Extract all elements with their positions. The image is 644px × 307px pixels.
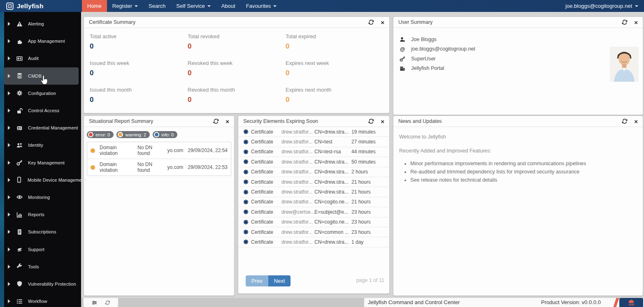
avatar xyxy=(610,47,639,82)
prev-button[interactable]: Prev xyxy=(246,275,268,286)
sidebar-item-label: Control Access xyxy=(28,108,59,113)
refresh-icon[interactable] xyxy=(105,300,110,305)
certificate-seal-icon xyxy=(243,189,249,195)
warning-badge[interactable]: warning: 2 xyxy=(116,131,150,138)
sidebar-item-cmdb[interactable]: CMDB xyxy=(4,67,79,85)
sidebar-item-alerting[interactable]: Alerting xyxy=(4,15,79,32)
violation-domain: yo.com xyxy=(167,164,184,170)
sidebar-item-support[interactable]: Support xyxy=(4,240,79,258)
close-icon[interactable]: × xyxy=(634,19,638,25)
stat-issued-month: Issued this month0 xyxy=(90,87,188,104)
refresh-icon[interactable] xyxy=(368,19,374,25)
status-bar: Jellyfish Command and Control Center Pro… xyxy=(81,298,644,307)
violation-domain: yo.com xyxy=(167,148,184,153)
user-email: joe.bloggs@cogitogroup.net xyxy=(565,3,632,9)
chevron-down-icon xyxy=(207,5,211,7)
nav-item-home[interactable]: Home xyxy=(82,0,107,12)
sidebar-item-subscriptions[interactable]: Subscriptions xyxy=(4,223,79,240)
audit-list-icon xyxy=(16,55,23,62)
table-row[interactable]: Certificatedrew.stratfor...CN=cogito.ne.… xyxy=(238,197,389,207)
info-dot-icon xyxy=(154,132,159,137)
certificate-seal-icon xyxy=(243,159,249,164)
sidebar-item-label: Audit xyxy=(28,56,39,61)
table-row[interactable]: Certificatedrew.stratfor...CN=test27 min… xyxy=(238,137,389,147)
sidebar-item-label: Identity xyxy=(28,143,43,148)
table-row[interactable]: Certificatedrew@certse...E=subject@e...2… xyxy=(238,207,389,217)
table-row[interactable]: Certificatedrew.stratfor...CN=cogito.ne.… xyxy=(238,217,389,227)
sidebar-item-audit[interactable]: Audit xyxy=(4,50,79,67)
sidebar-item-configuration[interactable]: Configuration xyxy=(4,85,79,102)
sidebar-item-reports[interactable]: Reports xyxy=(4,206,79,223)
refresh-icon[interactable] xyxy=(213,118,219,124)
sidebar-item-vulnerability-protection[interactable]: Vulnerability Protection xyxy=(4,275,79,293)
error-badge[interactable]: error: 0 xyxy=(87,131,114,138)
nav-item-self-service[interactable]: Self Service xyxy=(171,0,216,12)
violation-detail: No DN found xyxy=(137,145,163,156)
sidebar-item-identity[interactable]: Identity xyxy=(4,136,79,154)
close-icon[interactable]: × xyxy=(381,19,384,25)
table-row[interactable]: Certificatedrew.stratfor...CN=test-rsa44… xyxy=(238,147,389,157)
panel-title: Security Elements Expiring Soon xyxy=(243,118,368,124)
expand-caret-icon xyxy=(8,143,10,147)
expand-caret-icon xyxy=(8,265,10,269)
expand-caret-icon xyxy=(8,22,10,26)
brand[interactable]: Jellyfish xyxy=(6,2,76,10)
info-badge[interactable]: info: 0 xyxy=(153,131,177,138)
expand-caret-icon xyxy=(8,230,10,234)
user-portal-row: Jellyfish Portal xyxy=(399,64,637,74)
sidebar-item-label: Monitoring xyxy=(28,195,50,200)
nav-item-about[interactable]: About xyxy=(216,0,241,12)
sliders-icon[interactable] xyxy=(92,300,97,305)
nav-item-search[interactable]: Search xyxy=(143,0,171,12)
sidebar-item-app-management[interactable]: App Management xyxy=(4,32,79,50)
nav-item-register[interactable]: Register xyxy=(107,0,143,12)
sidebar-item-mobile-device-management[interactable]: Mobile Device Management xyxy=(4,171,79,189)
key-icon xyxy=(16,159,23,166)
refresh-icon[interactable] xyxy=(622,118,628,124)
panel-title: Situational Report Summary xyxy=(89,118,213,124)
stat-total-active: Total active0 xyxy=(90,33,188,51)
table-row[interactable]: Certificatedrew.stratfor...CN=drew.stra.… xyxy=(238,127,389,137)
next-button[interactable]: Next xyxy=(268,275,291,286)
close-icon[interactable]: × xyxy=(381,118,384,125)
close-icon[interactable]: × xyxy=(634,118,638,125)
certificate-seal-icon xyxy=(243,129,249,134)
table-row[interactable]: Certificatedrew.stratfor...CN=drew.stra.… xyxy=(238,177,389,187)
violation-detail: No DN found xyxy=(137,162,163,173)
refresh-icon[interactable] xyxy=(622,19,628,25)
sidebar-item-credential-management[interactable]: Credential Management xyxy=(4,119,79,136)
table-row[interactable]: Certificatedrew.stratfor...CN=drew.stra.… xyxy=(238,157,389,167)
expand-caret-icon xyxy=(8,212,10,217)
list-item[interactable]: Domain violation No DN found yo.com 29/0… xyxy=(87,142,231,159)
alert-triangle-icon xyxy=(16,21,23,27)
sidebar-item-monitoring[interactable]: Monitoring xyxy=(4,189,79,206)
cogito-jellyfish-logo xyxy=(619,298,643,307)
security-elements-table: Certificatedrew.stratfor...CN=drew.stra.… xyxy=(238,127,389,247)
user-name-row: Joe Bloggs xyxy=(399,35,637,44)
eye-icon xyxy=(16,194,23,201)
bar-chart-icon xyxy=(16,211,23,218)
sidebar-item-control-access[interactable]: Control Access xyxy=(4,102,79,119)
sidebar-item-workflow[interactable]: Workflow xyxy=(4,293,79,307)
refresh-icon[interactable] xyxy=(368,118,374,124)
table-row[interactable]: Certificatedrew.stratfor...CN=drew.stra.… xyxy=(238,167,389,177)
table-row[interactable]: Certificatedrew.stratfor...CN=common ...… xyxy=(238,227,389,237)
nav-menu: Home Register Search Self Service About … xyxy=(82,0,282,12)
table-row[interactable]: Certificatedrew.stratfor...CN=drew.stra.… xyxy=(238,237,389,247)
table-row[interactable]: Certificatedrew.stratfor...CN=drew.stra.… xyxy=(238,187,389,197)
stat-revoked-month: Revoked this month0 xyxy=(188,87,286,104)
sidebar-item-label: Mobile Device Management xyxy=(28,178,86,182)
stat-expires-month: Expires next month0 xyxy=(286,87,384,104)
sidebar-item-tools[interactable]: Tools xyxy=(4,258,79,275)
close-icon[interactable]: × xyxy=(226,118,229,125)
user-menu[interactable]: joe.bloggs@cogitogroup.net xyxy=(565,0,638,12)
nav-item-favourites[interactable]: Favourites xyxy=(241,0,282,12)
key-icon xyxy=(399,56,406,62)
expand-caret-icon xyxy=(8,126,10,130)
mobile-phone-icon xyxy=(16,177,22,183)
sidebar-item-key-management[interactable]: Key Management xyxy=(4,154,79,171)
list-item[interactable]: Domain violation No DN found yo.com 29/0… xyxy=(87,159,231,175)
certificate-seal-icon xyxy=(243,199,249,205)
certificate-seal-icon xyxy=(243,239,249,245)
panel-title: News and Updates xyxy=(398,118,622,124)
